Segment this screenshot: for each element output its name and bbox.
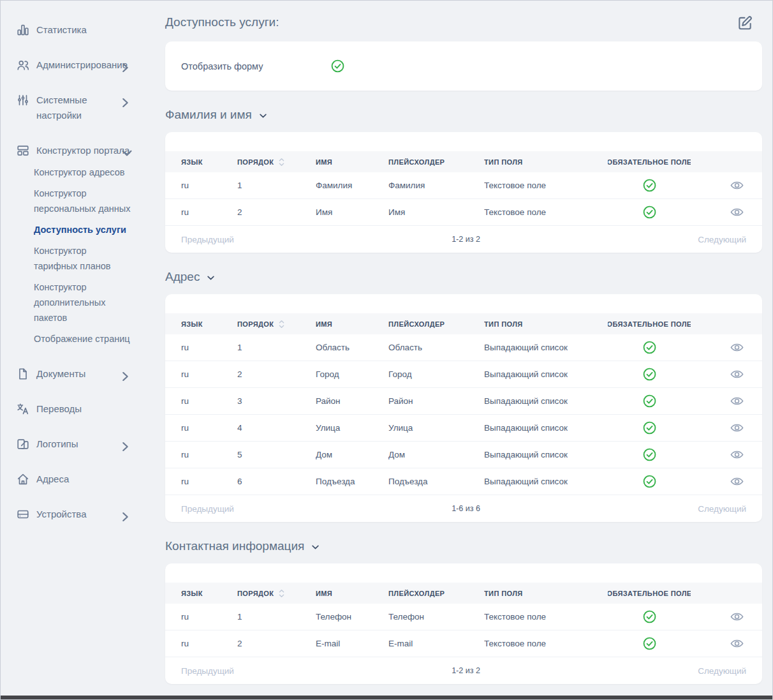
sidebar-subitem-2[interactable]: Доступность услуги [34, 222, 131, 237]
sidebar-item-1[interactable]: Администрирование [16, 57, 160, 73]
cell-order: 3 [237, 396, 316, 406]
sidebar-item-0[interactable]: Статистика [16, 22, 160, 38]
eye-icon[interactable] [730, 474, 744, 489]
column-header-label: ИМЯ [316, 320, 332, 328]
cell-actions [691, 205, 762, 220]
pagination-prev[interactable]: Предыдущий [181, 235, 234, 244]
column-header-label: ИМЯ [316, 158, 332, 166]
column-header-label: ТИП ПОЛЯ [484, 158, 523, 166]
eye-icon[interactable] [730, 394, 744, 408]
chevron-down-icon [206, 273, 216, 283]
sidebar-subitem-1[interactable]: Конструктор персональных данных [34, 186, 131, 216]
sidebar-item-8[interactable]: Устройства [16, 507, 160, 522]
cell-type: Выпадающий список [484, 423, 608, 433]
pagination: Предыдущий1-2 из 2Следующий [165, 226, 762, 253]
cell-actions [691, 340, 762, 355]
eye-icon[interactable] [730, 340, 744, 355]
cell-name: Подъезда [316, 477, 388, 486]
section-title[interactable]: Контактная информация [165, 537, 320, 555]
sidebar-item-2[interactable]: Системные настройки [16, 93, 160, 123]
cell-lang: ru [165, 343, 237, 352]
eye-icon[interactable] [730, 636, 744, 651]
edit-icon[interactable] [737, 15, 753, 31]
cell-lang: ru [165, 423, 237, 433]
sidebar-item-5[interactable]: Переводы [16, 401, 160, 417]
chevron-right-icon [118, 96, 132, 110]
check-circle-icon [330, 59, 345, 73]
cell-name: Телефон [316, 612, 388, 622]
cell-required [608, 340, 691, 355]
pagination-prev[interactable]: Предыдущий [181, 666, 234, 676]
check-circle-icon [642, 609, 657, 624]
sidebar-subitem-0[interactable]: Конструктор адресов [34, 165, 131, 180]
table-header-row: ЯЗЫКПОРЯДОКИМЯПЛЕЙСХОЛДЕРТИП ПОЛЯОБЯЗАТЕ… [165, 313, 762, 334]
column-header-order: ПОРЯДОК [237, 157, 316, 167]
cell-type: Выпадающий список [484, 396, 608, 406]
check-circle-icon [642, 340, 657, 355]
column-header-type: ТИП ПОЛЯ [484, 590, 608, 597]
column-header-label: ОБЯЗАТЕЛЬНОЕ ПОЛЕ [608, 158, 691, 166]
cell-actions [691, 367, 762, 382]
translate-icon [16, 402, 30, 416]
column-header-placeholder: ПЛЕЙСХОЛДЕР [388, 320, 484, 328]
eye-icon[interactable] [730, 609, 744, 624]
sort-icon[interactable] [278, 157, 285, 167]
cell-placeholder: Город [388, 369, 484, 379]
column-header-label: ПЛЕЙСХОЛДЕР [388, 158, 445, 166]
cell-order: 2 [237, 639, 316, 648]
sidebar-item-4[interactable]: Документы [16, 366, 160, 382]
column-header-name: ИМЯ [316, 320, 388, 328]
sidebar-item-label: Конструктор портала [36, 143, 132, 158]
sort-icon[interactable] [278, 319, 285, 329]
cell-type: Выпадающий список [484, 477, 608, 486]
sidebar-item-7[interactable]: Адреса [16, 472, 160, 487]
section-table-card: ЯЗЫКПОРЯДОКИМЯПЛЕЙСХОЛДЕРТИП ПОЛЯОБЯЗАТЕ… [165, 563, 762, 684]
check-circle-icon [642, 474, 657, 489]
column-header-label: ЯЗЫК [181, 590, 203, 597]
sidebar-item-3[interactable]: Конструктор портала [16, 143, 160, 158]
cell-type: Текстовое поле [484, 207, 608, 217]
pagination: Предыдущий1-6 из 6Следующий [165, 495, 762, 522]
cell-name: Область [316, 343, 388, 352]
cell-placeholder: Телефон [388, 612, 484, 622]
check-circle-icon [642, 394, 657, 408]
chevron-down-icon [120, 146, 134, 160]
table-header-row: ЯЗЫКПОРЯДОКИМЯПЛЕЙСХОЛДЕРТИП ПОЛЯОБЯЗАТЕ… [165, 583, 762, 604]
column-header-label: ОБЯЗАТЕЛЬНОЕ ПОЛЕ [608, 590, 691, 597]
devices-icon [16, 507, 30, 521]
sidebar-subitem-3[interactable]: Конструктор тарифных планов [34, 243, 131, 274]
check-circle-icon [642, 178, 657, 193]
pagination-next[interactable]: Следующий [698, 666, 746, 676]
cell-lang: ru [165, 477, 237, 486]
table-row: ru5ДомДомВыпадающий список [165, 442, 762, 468]
cell-name: Имя [316, 207, 388, 217]
pagination-next[interactable]: Следующий [698, 235, 746, 244]
table-row: ru1ТелефонТелефонТекстовое поле [165, 604, 762, 630]
section-title[interactable]: Фамилия и имя [165, 106, 268, 123]
sort-icon[interactable] [278, 588, 285, 599]
main-content: Доступность услуги: Отобразить форму Фам… [160, 1, 772, 684]
cell-lang: ru [165, 450, 237, 459]
column-header-required: ОБЯЗАТЕЛЬНОЕ ПОЛЕ [608, 158, 691, 166]
chevron-down-icon [311, 542, 320, 552]
pagination-prev[interactable]: Предыдущий [181, 504, 234, 514]
sidebar-subitem-4[interactable]: Конструктор дополнительных пакетов [34, 279, 131, 325]
column-header-placeholder: ПЛЕЙСХОЛДЕР [388, 590, 484, 597]
sidebar-item-label: Адреса [36, 472, 132, 487]
eye-icon[interactable] [730, 178, 744, 193]
eye-icon[interactable] [730, 205, 744, 220]
section-table-card: ЯЗЫКПОРЯДОКИМЯПЛЕЙСХОЛДЕРТИП ПОЛЯОБЯЗАТЕ… [165, 132, 762, 253]
eye-icon[interactable] [730, 447, 744, 462]
cell-type: Выпадающий список [484, 369, 608, 379]
cell-required [608, 367, 691, 382]
layout-icon [16, 144, 30, 158]
sidebar-item-6[interactable]: Логотипы [16, 436, 160, 452]
sidebar-subitem-5[interactable]: Отображение страниц [34, 331, 131, 346]
eye-icon[interactable] [730, 421, 744, 435]
pagination-next[interactable]: Следующий [698, 504, 746, 514]
eye-icon[interactable] [730, 367, 744, 382]
section-table-card: ЯЗЫКПОРЯДОКИМЯПЛЕЙСХОЛДЕРТИП ПОЛЯОБЯЗАТЕ… [165, 294, 762, 522]
section-title[interactable]: Адрес [165, 268, 216, 285]
users-icon [16, 58, 30, 72]
cell-placeholder: E-mail [388, 639, 484, 648]
